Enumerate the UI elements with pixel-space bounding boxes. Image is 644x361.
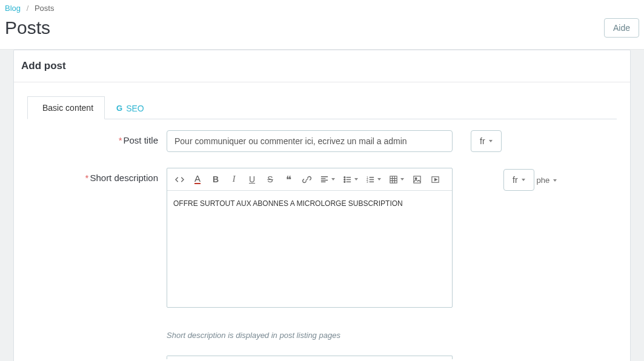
required-mark: *: [85, 173, 89, 183]
align-icon[interactable]: [316, 171, 338, 187]
table-icon[interactable]: [385, 171, 407, 187]
editor-toolbar: A B I U S ❝: [167, 168, 452, 191]
text-color-icon[interactable]: A: [189, 171, 206, 187]
strikethrough-icon[interactable]: S: [262, 171, 279, 187]
bullet-list-icon[interactable]: [339, 171, 361, 187]
required-mark: *: [119, 135, 122, 145]
page-title: Posts: [5, 18, 50, 38]
numbered-list-icon[interactable]: 123: [362, 171, 384, 187]
svg-point-8: [415, 177, 417, 179]
italic-icon[interactable]: I: [225, 171, 242, 187]
link-icon[interactable]: [298, 171, 315, 187]
svg-point-2: [344, 181, 345, 182]
next-editor-placeholder: [167, 356, 453, 359]
bold-icon[interactable]: B: [207, 171, 224, 187]
tab-basic-content[interactable]: Basic content: [27, 96, 105, 119]
help-button[interactable]: Aide: [604, 18, 639, 38]
short-desc-help: Short description is displayed in post l…: [167, 331, 340, 340]
short-desc-textarea[interactable]: OFFRE SURTOUT AUX ABONNES A MICROLORGE S…: [167, 191, 452, 307]
underline-icon[interactable]: U: [244, 171, 261, 187]
post-title-label: *Post title: [27, 130, 167, 145]
breadcrumb-sep: /: [27, 4, 29, 13]
tab-seo[interactable]: G SEO: [105, 96, 156, 119]
paragraph-hint: phe: [537, 176, 557, 185]
svg-point-0: [344, 176, 345, 177]
blockquote-icon[interactable]: ❝: [280, 171, 297, 187]
add-post-panel: Add post Basic content G SEO *Post title: [13, 50, 631, 361]
tab-seo-label: SEO: [126, 104, 144, 113]
source-code-icon[interactable]: [171, 171, 188, 187]
google-icon: G: [116, 104, 122, 113]
image-icon[interactable]: [408, 171, 425, 187]
breadcrumb: Blog / Posts: [0, 0, 644, 15]
svg-text:3: 3: [366, 180, 368, 184]
video-icon[interactable]: [427, 171, 443, 187]
svg-rect-6: [390, 176, 396, 182]
breadcrumb-posts: Posts: [35, 4, 55, 13]
panel-title: Add post: [14, 50, 630, 82]
svg-rect-7: [413, 176, 420, 182]
short-desc-label: *Short description: [27, 168, 167, 183]
short-desc-editor: A B I U S ❝: [167, 168, 453, 308]
tab-basic-label: Basic content: [42, 103, 93, 113]
lang-dropdown-desc[interactable]: fr: [503, 169, 534, 191]
breadcrumb-blog[interactable]: Blog: [5, 4, 21, 13]
post-title-input[interactable]: [167, 130, 453, 152]
tabs: Basic content G SEO: [27, 96, 617, 119]
svg-point-1: [344, 179, 345, 180]
lang-dropdown-title[interactable]: fr: [471, 130, 502, 152]
